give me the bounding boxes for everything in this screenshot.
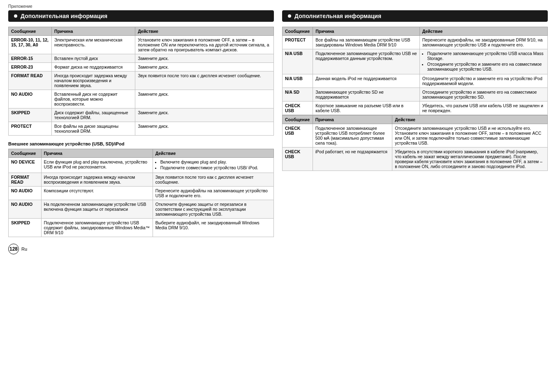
action-cell: Убедитесь в отсутствии короткого замыкан…	[392, 148, 548, 171]
usb-section-title: Внешнее запоминающее устройство (USB, SD…	[8, 141, 274, 146]
cause-cell: Данная модель iPod не поддерживается	[313, 74, 419, 88]
msg-code: NO AUDIO	[9, 200, 42, 219]
cause-cell: Запоминающее устройство SD не поддержива…	[313, 88, 419, 101]
msg-code: ERROR-23	[9, 63, 52, 71]
cause-cell: iPod работает, но не подзаряжается	[313, 148, 392, 171]
table-row: NO AUDIO Вставленный диск не содержит фа…	[9, 90, 274, 108]
msg-code: CHECK USB	[283, 101, 313, 115]
right-col-message: Сообщение	[283, 27, 313, 36]
action-cell: Отключите функцию защиты от перезаписи в…	[153, 200, 273, 219]
usb-col-message: Сообщение	[9, 149, 42, 158]
msg-code: PROTECT	[283, 36, 313, 49]
table-row: SKIPPED Подключенное запоминающее устрой…	[9, 219, 274, 237]
msg-code: CHECK USB	[283, 148, 313, 171]
action-cell: Установите ключ зажигания в положение OF…	[135, 36, 274, 54]
col-message-1: Сообщение	[9, 27, 52, 36]
cause-cell: Подключенное запоминающее устройство USB…	[41, 219, 153, 237]
right2-col-cause: Причина	[313, 115, 392, 124]
action-cell: Замените диск.	[135, 122, 274, 136]
table-row: FORMAT READ Иногда происходит задержка м…	[9, 71, 274, 90]
msg-code: SKIPPED	[9, 108, 52, 122]
right-col-action: Действие	[419, 27, 547, 36]
cause-cell: Формат диска не поддерживается	[52, 63, 135, 71]
cause-cell: Электрическая или механическая неисправн…	[52, 36, 135, 54]
msg-code: N/A SD	[283, 88, 313, 101]
cause-cell: Короткое замыкание на разъеме USB или в …	[313, 101, 419, 115]
table-row: NO AUDIO На подключенном запоминающем ус…	[9, 200, 274, 219]
page-suffix: Ru	[21, 247, 27, 251]
usb-sub-table: Сообщение Причина Действие NO DEVICE Есл…	[8, 149, 274, 237]
cause-cell: Все файлы на запоминающем устройстве USB…	[313, 36, 419, 49]
two-columns: Дополнительная информация Сообщение Прич…	[8, 10, 548, 237]
col-action-1: Действие	[135, 27, 274, 36]
table-row: CHECK USB iPod работает, но не подзаряжа…	[283, 148, 548, 171]
action-cell: Убедитесь, что разъем USB или кабель USB…	[419, 101, 547, 115]
action-cell: Замените диск.	[135, 54, 274, 63]
right-table-2: Сообщение Причина Действие CHECK USB Под…	[282, 115, 548, 171]
cause-cell: Иногда происходит задержка между началом…	[52, 71, 135, 90]
msg-code: N/A USB	[283, 74, 313, 88]
table-row: CHECK USB Подключенное запоминающее устр…	[283, 124, 548, 148]
left-column: Дополнительная информация Сообщение Прич…	[8, 10, 274, 237]
right-header: Дополнительная информация	[282, 10, 548, 22]
table-row: SKIPPED Диск содержит файлы, защищенные …	[9, 108, 274, 122]
usb-col-action: Действие	[153, 149, 273, 158]
table-row: ERROR-10, 11, 12, 15, 17, 30, A0 Электри…	[9, 36, 274, 54]
cause-cell: Если функция plug and play выключена, ус…	[41, 158, 153, 173]
msg-code: ERROR-10, 11, 12, 15, 17, 30, A0	[9, 36, 52, 54]
usb-section: Внешнее запоминающее устройство (USB, SD…	[8, 141, 274, 237]
action-cell: Звук появится после того как с дисплея и…	[135, 71, 274, 90]
action-cell: Включите функцию plug and play. Подключи…	[153, 158, 273, 173]
msg-code: ERROR-15	[9, 54, 52, 63]
table-row: PROTECT Все файлы на диске защищены техн…	[9, 122, 274, 136]
action-cell: Замените диск.	[135, 90, 274, 108]
cause-cell: На подключенном запоминающем устройстве …	[41, 200, 153, 219]
left-header: Дополнительная информация	[8, 10, 274, 22]
action-cell: Замените диск.	[135, 63, 274, 71]
cause-cell: Композиции отсутствуют.	[41, 187, 153, 200]
table-row: NO DEVICE Если функция plug and play вык…	[9, 158, 274, 173]
cause-cell: Подключенное запоминающее устройство USB…	[313, 124, 392, 148]
right-main-table: Сообщение Причина Действие PROTECT Все ф…	[282, 27, 548, 115]
left-main-table: Сообщение Причина Действие ERROR-10, 11,…	[8, 27, 274, 136]
cause-cell: Диск содержит файлы, защищенные технолог…	[52, 108, 135, 122]
page-number-box: 128	[8, 244, 19, 254]
msg-code: NO AUDIO	[9, 90, 52, 108]
msg-code: FORMAT READ	[9, 71, 52, 90]
action-cell: Отсоедините запоминающее устройство USB …	[392, 124, 548, 148]
action-cell: Звук появится после того как с дисплея и…	[153, 173, 273, 187]
app-label: Приложение	[8, 4, 548, 9]
page: Приложение Дополнительная информация Соо…	[0, 0, 556, 258]
action-cell: Отсоедините устройство и замените его на…	[419, 74, 547, 88]
action-cell: Выберите аудиофайл, не закодированный Wi…	[153, 219, 273, 237]
right-column: Дополнительная информация Сообщение Прич…	[282, 10, 548, 237]
msg-code: SKIPPED	[9, 219, 42, 237]
right2-col-message: Сообщение	[283, 115, 313, 124]
table-row: CHECK USB Короткое замыкание на разъеме …	[283, 101, 548, 115]
page-number-section: 128 Ru	[8, 244, 548, 254]
col-cause-1: Причина	[52, 27, 135, 36]
action-cell: Замените диск.	[135, 108, 274, 122]
msg-code: CHECK USB	[283, 124, 313, 148]
msg-code: N/A USB	[283, 49, 313, 74]
action-cell: Подключите запоминающее устройство USB к…	[419, 49, 547, 74]
table-row: FORMAT READ Иногда происходит задержка м…	[9, 173, 274, 187]
msg-code: PROTECT	[9, 122, 52, 136]
cause-cell: Вставлен пустой диск	[52, 54, 135, 63]
action-cell: Перенесите аудиофайлы, не закодированные…	[419, 36, 547, 49]
cause-cell: Вставленный диск не содержит файлов, кот…	[52, 90, 135, 108]
right-col-cause: Причина	[313, 27, 419, 36]
action-cell: Перенесите аудиофайлы на запоминающее ус…	[153, 187, 273, 200]
right2-col-action: Действие	[392, 115, 548, 124]
table-row: N/A USB Данная модель iPod не поддержива…	[283, 74, 548, 88]
cause-cell: Все файлы на диске защищены технологией …	[52, 122, 135, 136]
table-row: ERROR-15 Вставлен пустой диск Замените д…	[9, 54, 274, 63]
table-row: ERROR-23 Формат диска не поддерживается …	[9, 63, 274, 71]
table-row: N/A USB Подключенное запоминающее устрой…	[283, 49, 548, 74]
msg-code: NO DEVICE	[9, 158, 42, 173]
table-row: PROTECT Все файлы на запоминающем устрой…	[283, 36, 548, 49]
table-row: NO AUDIO Композиции отсутствуют. Перенес…	[9, 187, 274, 200]
usb-col-cause: Причина	[41, 149, 153, 158]
action-cell: Отсоедините устройство и замените его на…	[419, 88, 547, 101]
cause-cell: Подключенное запоминающее устройство USB…	[313, 49, 419, 74]
